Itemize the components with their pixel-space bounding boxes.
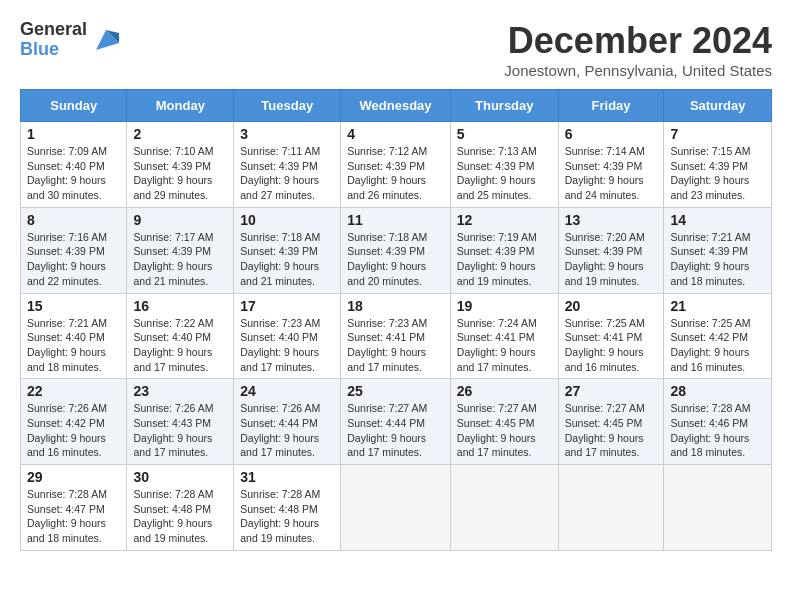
sunset-label: Sunset: 4:39 PM <box>133 245 211 257</box>
sunrise-label: Sunrise: 7:18 AM <box>347 231 427 243</box>
day-info: Sunrise: 7:12 AM Sunset: 4:39 PM Dayligh… <box>347 144 444 203</box>
calendar: SundayMondayTuesdayWednesdayThursdayFrid… <box>20 89 772 551</box>
day-info: Sunrise: 7:16 AM Sunset: 4:39 PM Dayligh… <box>27 230 120 289</box>
day-number: 31 <box>240 469 334 485</box>
sunrise-label: Sunrise: 7:16 AM <box>27 231 107 243</box>
day-info: Sunrise: 7:27 AM Sunset: 4:45 PM Dayligh… <box>457 401 552 460</box>
col-header-thursday: Thursday <box>450 90 558 122</box>
daylight-label: Daylight: 9 hours and 18 minutes. <box>670 432 749 459</box>
daylight-label: Daylight: 9 hours and 17 minutes. <box>565 432 644 459</box>
daylight-label: Daylight: 9 hours and 24 minutes. <box>565 174 644 201</box>
day-cell-29: 29 Sunrise: 7:28 AM Sunset: 4:47 PM Dayl… <box>21 465 127 551</box>
col-header-wednesday: Wednesday <box>341 90 451 122</box>
sunset-label: Sunset: 4:40 PM <box>27 160 105 172</box>
sunrise-label: Sunrise: 7:15 AM <box>670 145 750 157</box>
day-cell-12: 12 Sunrise: 7:19 AM Sunset: 4:39 PM Dayl… <box>450 207 558 293</box>
empty-cell <box>450 465 558 551</box>
day-cell-17: 17 Sunrise: 7:23 AM Sunset: 4:40 PM Dayl… <box>234 293 341 379</box>
day-cell-16: 16 Sunrise: 7:22 AM Sunset: 4:40 PM Dayl… <box>127 293 234 379</box>
day-info: Sunrise: 7:24 AM Sunset: 4:41 PM Dayligh… <box>457 316 552 375</box>
daylight-label: Daylight: 9 hours and 17 minutes. <box>347 346 426 373</box>
day-number: 5 <box>457 126 552 142</box>
day-info: Sunrise: 7:18 AM Sunset: 4:39 PM Dayligh… <box>240 230 334 289</box>
day-cell-10: 10 Sunrise: 7:18 AM Sunset: 4:39 PM Dayl… <box>234 207 341 293</box>
day-cell-13: 13 Sunrise: 7:20 AM Sunset: 4:39 PM Dayl… <box>558 207 664 293</box>
calendar-week-1: 1 Sunrise: 7:09 AM Sunset: 4:40 PM Dayli… <box>21 122 772 208</box>
logo-icon <box>91 25 121 55</box>
day-info: Sunrise: 7:13 AM Sunset: 4:39 PM Dayligh… <box>457 144 552 203</box>
sunset-label: Sunset: 4:39 PM <box>565 245 643 257</box>
logo-blue: Blue <box>20 40 87 60</box>
day-info: Sunrise: 7:21 AM Sunset: 4:39 PM Dayligh… <box>670 230 765 289</box>
sunrise-label: Sunrise: 7:25 AM <box>565 317 645 329</box>
sunrise-label: Sunrise: 7:27 AM <box>347 402 427 414</box>
day-info: Sunrise: 7:19 AM Sunset: 4:39 PM Dayligh… <box>457 230 552 289</box>
day-number: 8 <box>27 212 120 228</box>
sunset-label: Sunset: 4:43 PM <box>133 417 211 429</box>
sunset-label: Sunset: 4:46 PM <box>670 417 748 429</box>
day-number: 12 <box>457 212 552 228</box>
sunset-label: Sunset: 4:42 PM <box>27 417 105 429</box>
daylight-label: Daylight: 9 hours and 18 minutes. <box>27 517 106 544</box>
sunset-label: Sunset: 4:45 PM <box>457 417 535 429</box>
daylight-label: Daylight: 9 hours and 16 minutes. <box>27 432 106 459</box>
daylight-label: Daylight: 9 hours and 19 minutes. <box>240 517 319 544</box>
day-info: Sunrise: 7:14 AM Sunset: 4:39 PM Dayligh… <box>565 144 658 203</box>
day-cell-26: 26 Sunrise: 7:27 AM Sunset: 4:45 PM Dayl… <box>450 379 558 465</box>
day-number: 6 <box>565 126 658 142</box>
day-info: Sunrise: 7:22 AM Sunset: 4:40 PM Dayligh… <box>133 316 227 375</box>
day-number: 17 <box>240 298 334 314</box>
daylight-label: Daylight: 9 hours and 30 minutes. <box>27 174 106 201</box>
day-cell-19: 19 Sunrise: 7:24 AM Sunset: 4:41 PM Dayl… <box>450 293 558 379</box>
day-number: 28 <box>670 383 765 399</box>
daylight-label: Daylight: 9 hours and 18 minutes. <box>27 346 106 373</box>
daylight-label: Daylight: 9 hours and 20 minutes. <box>347 260 426 287</box>
day-cell-9: 9 Sunrise: 7:17 AM Sunset: 4:39 PM Dayli… <box>127 207 234 293</box>
col-header-saturday: Saturday <box>664 90 772 122</box>
calendar-week-2: 8 Sunrise: 7:16 AM Sunset: 4:39 PM Dayli… <box>21 207 772 293</box>
sunset-label: Sunset: 4:40 PM <box>133 331 211 343</box>
sunrise-label: Sunrise: 7:12 AM <box>347 145 427 157</box>
sunrise-label: Sunrise: 7:14 AM <box>565 145 645 157</box>
sunset-label: Sunset: 4:39 PM <box>347 160 425 172</box>
calendar-week-3: 15 Sunrise: 7:21 AM Sunset: 4:40 PM Dayl… <box>21 293 772 379</box>
logo-general: General <box>20 20 87 40</box>
sunrise-label: Sunrise: 7:23 AM <box>240 317 320 329</box>
daylight-label: Daylight: 9 hours and 17 minutes. <box>457 432 536 459</box>
sunset-label: Sunset: 4:39 PM <box>457 245 535 257</box>
day-info: Sunrise: 7:25 AM Sunset: 4:42 PM Dayligh… <box>670 316 765 375</box>
day-info: Sunrise: 7:15 AM Sunset: 4:39 PM Dayligh… <box>670 144 765 203</box>
empty-cell <box>664 465 772 551</box>
day-cell-21: 21 Sunrise: 7:25 AM Sunset: 4:42 PM Dayl… <box>664 293 772 379</box>
day-number: 1 <box>27 126 120 142</box>
day-number: 11 <box>347 212 444 228</box>
daylight-label: Daylight: 9 hours and 16 minutes. <box>670 346 749 373</box>
sunset-label: Sunset: 4:39 PM <box>347 245 425 257</box>
day-number: 30 <box>133 469 227 485</box>
day-cell-8: 8 Sunrise: 7:16 AM Sunset: 4:39 PM Dayli… <box>21 207 127 293</box>
day-cell-6: 6 Sunrise: 7:14 AM Sunset: 4:39 PM Dayli… <box>558 122 664 208</box>
day-cell-31: 31 Sunrise: 7:28 AM Sunset: 4:48 PM Dayl… <box>234 465 341 551</box>
sunrise-label: Sunrise: 7:11 AM <box>240 145 320 157</box>
day-info: Sunrise: 7:26 AM Sunset: 4:42 PM Dayligh… <box>27 401 120 460</box>
sunrise-label: Sunrise: 7:26 AM <box>133 402 213 414</box>
location: Jonestown, Pennsylvania, United States <box>504 62 772 79</box>
sunrise-label: Sunrise: 7:20 AM <box>565 231 645 243</box>
day-cell-4: 4 Sunrise: 7:12 AM Sunset: 4:39 PM Dayli… <box>341 122 451 208</box>
day-number: 27 <box>565 383 658 399</box>
sunrise-label: Sunrise: 7:28 AM <box>133 488 213 500</box>
daylight-label: Daylight: 9 hours and 21 minutes. <box>240 260 319 287</box>
day-number: 14 <box>670 212 765 228</box>
day-cell-14: 14 Sunrise: 7:21 AM Sunset: 4:39 PM Dayl… <box>664 207 772 293</box>
day-cell-7: 7 Sunrise: 7:15 AM Sunset: 4:39 PM Dayli… <box>664 122 772 208</box>
title-block: December 2024 Jonestown, Pennsylvania, U… <box>504 20 772 79</box>
day-info: Sunrise: 7:20 AM Sunset: 4:39 PM Dayligh… <box>565 230 658 289</box>
sunset-label: Sunset: 4:41 PM <box>347 331 425 343</box>
sunrise-label: Sunrise: 7:27 AM <box>457 402 537 414</box>
sunrise-label: Sunrise: 7:13 AM <box>457 145 537 157</box>
sunset-label: Sunset: 4:41 PM <box>565 331 643 343</box>
day-number: 29 <box>27 469 120 485</box>
sunset-label: Sunset: 4:44 PM <box>240 417 318 429</box>
day-number: 3 <box>240 126 334 142</box>
daylight-label: Daylight: 9 hours and 17 minutes. <box>240 346 319 373</box>
